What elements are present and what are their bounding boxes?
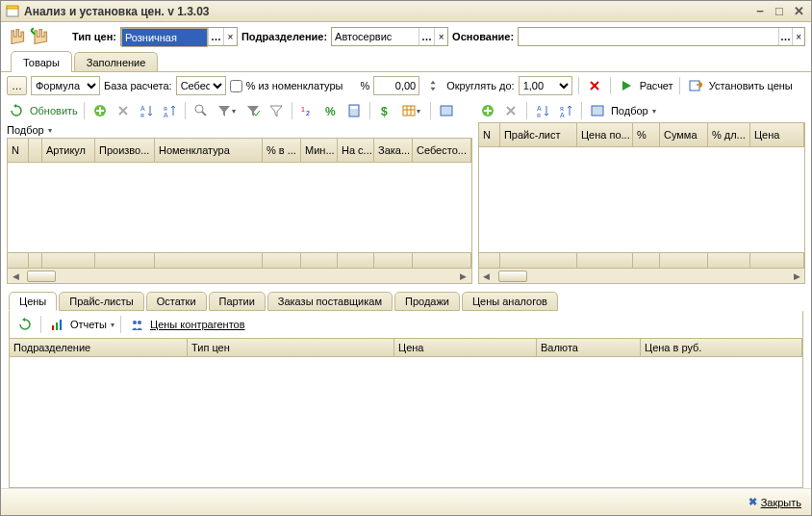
scroll-right-icon[interactable]: ▶ bbox=[456, 269, 471, 283]
filter-icon[interactable] bbox=[215, 101, 240, 120]
tab-fill[interactable]: Заполнение bbox=[74, 52, 159, 71]
sort-za-icon[interactable]: яA bbox=[160, 101, 179, 120]
set-prices-icon[interactable] bbox=[686, 76, 705, 95]
r-select-table-icon[interactable] bbox=[588, 101, 607, 120]
footer-close-label[interactable]: Закрыть bbox=[761, 497, 801, 508]
play-icon[interactable] bbox=[617, 76, 636, 95]
rcol-n[interactable]: N bbox=[479, 123, 500, 146]
minimize-button[interactable]: − bbox=[751, 4, 769, 19]
refresh-small-icon[interactable] bbox=[15, 315, 35, 334]
col-producer[interactable]: Произво... bbox=[95, 139, 155, 162]
division-ellipsis-button[interactable]: … bbox=[419, 28, 434, 45]
percent-green-icon[interactable]: % bbox=[321, 101, 341, 120]
maximize-button[interactable]: □ bbox=[771, 4, 788, 19]
r-sort-za-icon[interactable]: яA bbox=[556, 101, 575, 120]
rcol-cenapo[interactable]: Цена по... bbox=[577, 123, 633, 146]
close-button[interactable]: ✕ bbox=[790, 4, 807, 19]
r-scroll-right-icon[interactable]: ▶ bbox=[789, 269, 804, 283]
delete-icon[interactable] bbox=[114, 101, 133, 120]
type-ellipsis-button[interactable]: … bbox=[208, 28, 223, 45]
r-delete-icon[interactable] bbox=[501, 101, 520, 120]
left-table-body[interactable] bbox=[7, 163, 472, 253]
select-label[interactable]: Подбор bbox=[7, 124, 44, 136]
delete-x-icon[interactable] bbox=[585, 76, 604, 95]
table-icon[interactable] bbox=[399, 101, 424, 120]
scroll-left-icon[interactable]: ◀ bbox=[8, 269, 23, 283]
type-input[interactable] bbox=[121, 28, 208, 47]
sort-az-icon[interactable]: Aя bbox=[137, 101, 156, 120]
type-clear-button[interactable]: × bbox=[223, 28, 237, 45]
set-prices-label[interactable]: Установить цены bbox=[709, 80, 793, 91]
btab-sales[interactable]: Продажи bbox=[394, 292, 460, 311]
bcol-div[interactable]: Подразделение bbox=[10, 339, 188, 356]
col-order[interactable]: Зака... bbox=[374, 139, 413, 162]
col-empty[interactable] bbox=[29, 139, 42, 162]
r-sort-az-icon[interactable]: Aя bbox=[533, 101, 552, 120]
hand-return-icon[interactable] bbox=[30, 27, 49, 46]
scroll-thumb[interactable] bbox=[27, 271, 56, 282]
col-min[interactable]: Мин... bbox=[301, 139, 338, 162]
type-combo[interactable]: … × bbox=[120, 27, 238, 46]
basis-combo[interactable]: … × bbox=[518, 27, 805, 46]
contractor-prices-label[interactable]: Цены контрагентов bbox=[150, 319, 245, 330]
dollar-icon[interactable]: $ bbox=[376, 101, 395, 120]
search-icon[interactable] bbox=[191, 101, 211, 120]
bottom-table-body[interactable] bbox=[10, 357, 802, 487]
division-input[interactable] bbox=[332, 28, 419, 45]
from-nomenclature-checkbox[interactable] bbox=[230, 80, 242, 92]
r-scroll-left-icon[interactable]: ◀ bbox=[479, 269, 495, 283]
col-cost[interactable]: Себесто... bbox=[413, 139, 471, 162]
bcol-type[interactable]: Тип цен bbox=[188, 339, 394, 356]
base-select[interactable]: Себес bbox=[176, 76, 226, 95]
rcol-sum[interactable]: Сумма bbox=[660, 123, 708, 146]
footer-close-icon[interactable]: ✖ bbox=[749, 496, 757, 508]
refresh-icon[interactable] bbox=[7, 101, 26, 120]
col-article[interactable]: Артикул bbox=[42, 139, 95, 162]
btab-prices[interactable]: Цены bbox=[9, 292, 57, 311]
rcol-pricelist[interactable]: Прайс-лист bbox=[500, 123, 577, 146]
percent-input[interactable] bbox=[373, 76, 419, 95]
basis-clear-button[interactable]: × bbox=[792, 28, 804, 45]
division-clear-button[interactable]: × bbox=[434, 28, 447, 45]
right-table-body[interactable] bbox=[478, 147, 805, 253]
btab-pricelists[interactable]: Прайс-листы bbox=[59, 292, 143, 311]
col-pctv[interactable]: % в ... bbox=[263, 139, 301, 162]
col-nomenclature[interactable]: Номенклатура bbox=[155, 139, 263, 162]
calc-icon[interactable] bbox=[344, 101, 364, 120]
right-scrollbar[interactable]: ◀ ▶ bbox=[478, 269, 805, 284]
add-icon[interactable] bbox=[90, 101, 110, 120]
bcol-cur[interactable]: Валюта bbox=[537, 339, 641, 356]
basis-input[interactable] bbox=[519, 28, 778, 45]
ellipsis-button[interactable]: … bbox=[7, 76, 27, 95]
calc-label[interactable]: Расчет bbox=[640, 80, 673, 91]
division-combo[interactable]: … × bbox=[331, 27, 448, 46]
bcol-price[interactable]: Цена bbox=[394, 339, 537, 356]
percent-stepper[interactable] bbox=[423, 76, 443, 95]
round-select[interactable]: 1,00 bbox=[519, 76, 572, 95]
btab-batches[interactable]: Партии bbox=[209, 292, 266, 311]
hand-icon[interactable] bbox=[7, 27, 26, 46]
btab-stock[interactable]: Остатки bbox=[146, 292, 207, 311]
btab-analog[interactable]: Цены аналогов bbox=[462, 292, 558, 311]
select-table-icon[interactable] bbox=[437, 101, 456, 120]
r-add-icon[interactable] bbox=[478, 101, 497, 120]
col-n[interactable]: N bbox=[8, 139, 29, 162]
filter-clear-icon[interactable] bbox=[266, 101, 286, 120]
rcol-pct[interactable]: % bbox=[633, 123, 660, 146]
rcol-cena[interactable]: Цена bbox=[750, 123, 804, 146]
formula-select[interactable]: Формула bbox=[31, 76, 100, 95]
people-icon[interactable] bbox=[127, 315, 146, 334]
numbers-icon[interactable]: 12 bbox=[298, 101, 317, 120]
basis-ellipsis-button[interactable]: … bbox=[778, 28, 793, 45]
r-scroll-thumb[interactable] bbox=[498, 271, 527, 282]
filter-check-icon[interactable] bbox=[243, 101, 263, 120]
reports-chart-icon[interactable] bbox=[47, 315, 66, 334]
rcol-pctdl[interactable]: % дл... bbox=[708, 123, 750, 146]
r-select-label[interactable]: Подбор bbox=[611, 105, 648, 116]
left-scrollbar[interactable]: ◀ ▶ bbox=[7, 269, 472, 284]
refresh-label[interactable]: Обновить bbox=[30, 105, 78, 116]
tab-goods[interactable]: Товары bbox=[11, 51, 72, 72]
col-nas[interactable]: На с... bbox=[338, 139, 374, 162]
bcol-rub[interactable]: Цена в руб. bbox=[641, 339, 802, 356]
btab-orders[interactable]: Заказы поставщикам bbox=[267, 292, 393, 311]
